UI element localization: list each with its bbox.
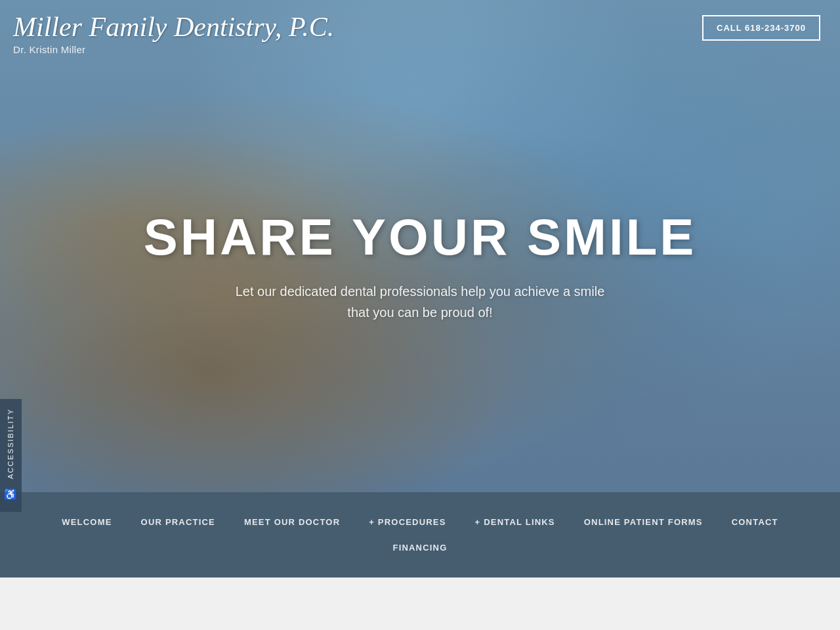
nav-item-contact[interactable]: CONTACT — [717, 511, 793, 534]
call-button[interactable]: CALL 618-234-3700 — [702, 15, 820, 41]
nav-item-our-practice[interactable]: OUR PRACTICE — [127, 511, 230, 534]
hero-headline: SHARE YOUR SMILE — [144, 211, 697, 262]
nav-row-2: FINANCING — [0, 536, 840, 559]
hero-section: Miller Family Dentistry, P.C. Dr. Kristi… — [0, 0, 840, 492]
hero-content: SHARE YOUR SMILE Let our dedicated denta… — [0, 42, 840, 492]
nav-item-financing[interactable]: FINANCING — [378, 536, 461, 559]
main-nav: WELCOMEOUR PRACTICEMEET OUR DOCTOR+ PROC… — [0, 492, 840, 578]
brand-title: Miller Family Dentistry, P.C. — [13, 12, 334, 42]
accessibility-bar[interactable]: ♿ ACCESSIBILITY — [0, 399, 22, 512]
nav-row-1: WELCOMEOUR PRACTICEMEET OUR DOCTOR+ PROC… — [0, 511, 840, 534]
nav-item-meet-our-doctor[interactable]: MEET OUR DOCTOR — [230, 511, 354, 534]
accessibility-icon: ♿ — [5, 488, 17, 503]
accessibility-label: ACCESSIBILITY — [7, 408, 15, 479]
hero-subtext: Let our dedicated dental professionals h… — [236, 281, 605, 323]
footer-strip — [0, 578, 840, 630]
nav-item-plus-procedures[interactable]: + PROCEDURES — [354, 511, 460, 534]
nav-item-online-patient-forms[interactable]: ONLINE PATIENT FORMS — [570, 511, 717, 534]
nav-item-plus-dental-links[interactable]: + DENTAL LINKS — [461, 511, 570, 534]
nav-item-welcome[interactable]: WELCOME — [47, 511, 126, 534]
